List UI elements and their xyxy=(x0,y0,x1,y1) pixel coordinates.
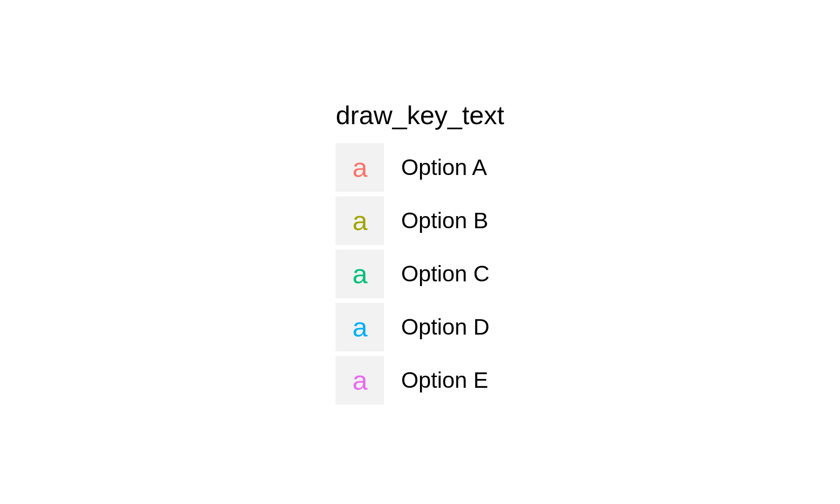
legend-item-option-a: a Option A xyxy=(336,143,489,192)
legend-item-label: Option D xyxy=(401,314,489,340)
legend-item-option-b: a Option B xyxy=(336,196,489,245)
legend-item-option-e: a Option E xyxy=(336,356,489,405)
legend-title: draw_key_text xyxy=(336,100,504,130)
legend-item-label: Option A xyxy=(401,154,487,180)
legend-items: a Option A a Option B a Option C a Optio… xyxy=(336,143,489,405)
legend-key-glyph: a xyxy=(336,196,384,245)
legend-key-glyph: a xyxy=(336,303,384,351)
legend-item-option-d: a Option D xyxy=(336,303,489,351)
legend: draw_key_text a Option A a Option B a Op… xyxy=(336,100,504,405)
legend-key-glyph: a xyxy=(336,143,384,192)
legend-item-label: Option C xyxy=(401,261,489,287)
legend-key-glyph: a xyxy=(336,250,384,298)
legend-item-label: Option B xyxy=(401,208,488,233)
legend-item-option-c: a Option C xyxy=(336,250,489,298)
legend-item-label: Option E xyxy=(401,367,488,393)
legend-key-glyph: a xyxy=(336,356,384,405)
